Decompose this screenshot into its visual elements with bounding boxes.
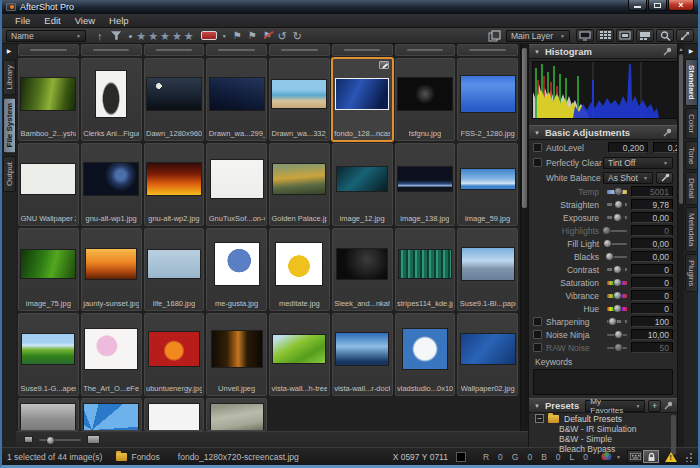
thumbnail-cell[interactable]: stripes114_kde.jpg [395, 228, 456, 311]
thumbnail-cell-clipped[interactable] [206, 398, 267, 431]
title-bar[interactable]: AfterShot Pro × [2, 0, 698, 14]
star-rating-3-icon[interactable]: ★ [160, 30, 170, 42]
slider-handle[interactable] [614, 343, 623, 352]
thumbnail-cell[interactable]: Wallpaper02.jpg [457, 313, 518, 396]
thumb-size-slider[interactable] [39, 435, 81, 445]
thumbnail-cell[interactable]: FSS-2_1280.jpg [457, 58, 518, 141]
slider-handle[interactable] [613, 278, 622, 287]
thumbnail-cell[interactable]: jaunty-sunset.jpg [81, 228, 142, 311]
adjustment-value-field[interactable]: 0 [631, 303, 673, 314]
slider-handle[interactable] [605, 252, 614, 261]
layer-dropdown[interactable]: Main Layer ▼ [506, 30, 570, 42]
thumbnail-view-button[interactable] [596, 29, 614, 42]
thumbnail-cell[interactable]: Dawn_1280x960.jpg [144, 58, 205, 141]
adjustment-slider[interactable] [606, 251, 628, 262]
adjustment-value-field[interactable]: 5001 [631, 186, 673, 197]
thumbnail-cell[interactable]: image_59.jpg [457, 143, 518, 226]
presets-scrollbar[interactable] [671, 415, 676, 455]
wb-eyedropper-button[interactable] [656, 172, 673, 184]
close-button[interactable]: × [668, 0, 694, 11]
adjustment-value-field[interactable]: 10,00 [631, 329, 673, 340]
adjustment-value-field[interactable]: 0,00 [631, 251, 673, 262]
thumbnail-cell[interactable]: gnu-alt-wp1.jpg [81, 143, 142, 226]
thumbnail-cell-clipped[interactable] [395, 44, 456, 56]
left-panel-tab[interactable]: File System [3, 97, 16, 153]
autolevel-low-field[interactable]: 0,200 [608, 142, 648, 153]
collapse-arrow-icon[interactable]: ▶ [7, 44, 12, 58]
thumbnail-cell[interactable]: Bamboo_2...ysha.jpg [18, 58, 79, 141]
slider-handle[interactable] [614, 187, 623, 196]
tools-tab[interactable]: Color [685, 108, 698, 139]
adjustment-value-field[interactable]: 0,00 [631, 212, 673, 223]
slider-handle[interactable] [614, 200, 623, 209]
slider-handle[interactable] [608, 317, 617, 326]
histogram-header[interactable]: ▼ Histogram [529, 44, 677, 59]
flag-reject-icon[interactable]: ⚑ [263, 30, 272, 42]
slideshow-button[interactable] [576, 29, 594, 42]
no-rating-dot-icon[interactable]: • [129, 30, 133, 42]
resize-grip[interactable] [685, 452, 693, 462]
layers-icon[interactable] [488, 30, 502, 42]
adjustment-value-field[interactable]: 50 [631, 342, 673, 353]
thumbnail-cell[interactable]: me-gusta.jpg [206, 228, 267, 311]
adjustment-slider[interactable] [606, 199, 628, 210]
slider-handle[interactable] [614, 330, 623, 339]
basic-adjustments-header[interactable]: ▼ Basic Adjustments [529, 125, 677, 140]
adjustment-slider[interactable] [606, 277, 628, 288]
adjustment-slider[interactable] [606, 264, 628, 275]
thumbnail-cell[interactable]: life_1680.jpg [144, 228, 205, 311]
keywords-input[interactable] [533, 369, 673, 395]
slider-handle[interactable] [613, 291, 622, 300]
thumbnail-cell[interactable]: Sleek_and...nkahn.jpg [332, 228, 393, 311]
slider-handle[interactable] [46, 436, 55, 445]
thumbnail-cell[interactable]: Unveil.jpeg [206, 313, 267, 396]
thumbnail-cell-clipped[interactable] [144, 44, 205, 56]
scrollbar-thumb[interactable] [679, 54, 683, 204]
rotate-left-icon[interactable]: ↺ [278, 30, 287, 42]
thumbnail-cell[interactable]: image_138.jpg [395, 143, 456, 226]
sort-direction-icon[interactable]: ↑ [97, 30, 103, 42]
current-folder[interactable]: Fondos [116, 452, 159, 462]
collapse-arrow-icon[interactable]: ▶ [689, 44, 694, 58]
scrollbar-thumb[interactable] [522, 48, 527, 208]
thumbnail-cell-clipped[interactable] [144, 398, 205, 431]
adjustment-value-field[interactable]: 0,00 [631, 238, 673, 249]
menu-item[interactable]: View [68, 15, 102, 26]
flag-finished-icon[interactable]: ⚑ [248, 30, 257, 42]
warning-icon[interactable] [665, 452, 677, 462]
color-label-swatch[interactable] [201, 31, 217, 40]
pin-icon[interactable] [663, 128, 672, 137]
adjustment-value-field[interactable]: 0 [631, 290, 673, 301]
left-panel-tab[interactable]: Output [3, 156, 16, 192]
adjustment-checkbox[interactable] [533, 317, 542, 326]
adjustment-slider[interactable] [606, 342, 628, 353]
adjustment-slider[interactable] [606, 238, 628, 249]
thumbnail-cell[interactable]: GNU Wallpaper 2.jpg [18, 143, 79, 226]
tree-collapse-icon[interactable]: − [535, 414, 544, 423]
slider-handle[interactable] [613, 213, 622, 222]
thumbnail-cell[interactable]: ubuntuenergy.jpg [144, 313, 205, 396]
slider-handle[interactable] [603, 239, 612, 248]
perfectly-clear-checkbox[interactable] [533, 158, 542, 167]
panel-scrollbar[interactable]: ▲ [677, 44, 684, 447]
adjustment-slider[interactable] [606, 329, 628, 340]
adjustment-slider[interactable] [606, 212, 628, 223]
slider-handle[interactable] [613, 304, 622, 313]
tools-tab[interactable]: Metadata [685, 207, 698, 252]
combined-view-button[interactable] [636, 29, 654, 42]
adjustment-value-field[interactable]: 0 [631, 277, 673, 288]
single-view-button[interactable] [616, 29, 634, 42]
pin-icon[interactable] [663, 47, 672, 56]
star-rating-2-icon[interactable]: ★ [148, 30, 158, 42]
slider-handle[interactable] [613, 265, 622, 274]
thumbnail-cell[interactable]: gnu-alt-wp2.jpg [144, 143, 205, 226]
thumbnail-cell-clipped[interactable] [332, 44, 393, 56]
flag-pick-icon[interactable]: ⚑ [233, 30, 242, 42]
color-label-dropdown-icon[interactable]: ▼ [222, 30, 227, 42]
maximize-button[interactable] [648, 0, 667, 11]
adjustment-checkbox[interactable] [533, 343, 542, 352]
thumbnail-cell-clipped[interactable] [18, 44, 79, 56]
preset-folder-row[interactable]: − Default Presets [529, 413, 677, 424]
thumbnail-cell-clipped[interactable] [206, 44, 267, 56]
rotate-right-icon[interactable]: ↻ [293, 30, 302, 42]
